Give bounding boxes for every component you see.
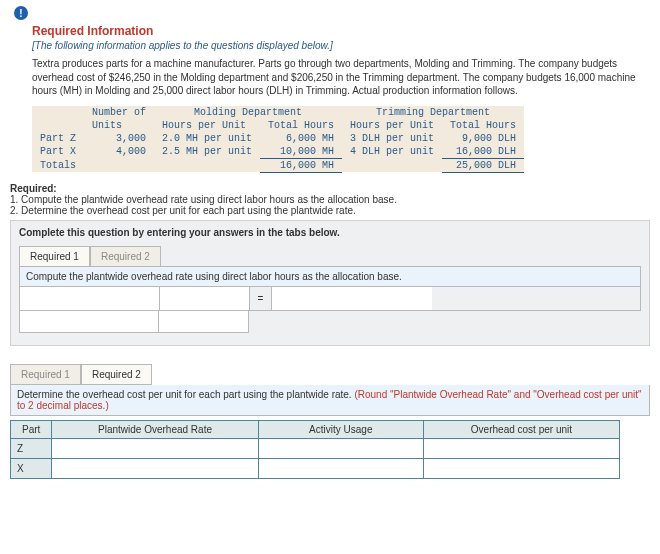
hdr-units-b: Units [84,119,154,132]
prompt-2-text: Determine the overhead cost per unit for… [17,389,354,400]
body-text: Textra produces parts for a machine manu… [32,57,650,98]
production-table: Number of Molding Department Trimming De… [32,106,524,173]
calc-input-a[interactable] [20,287,159,310]
row-units: 4,000 [84,145,154,159]
hdr-trimming: Trimming Department [342,106,524,119]
calc-input-b[interactable] [160,287,249,310]
hdr-molding: Molding Department [154,106,342,119]
row-totals-lbl: Totals [32,158,84,172]
tab-required-2[interactable]: Required 2 [90,246,161,266]
calc-row-top: = [19,287,641,311]
prompt-1: Compute the plantwide overhead rate usin… [19,266,641,287]
ans-input-rate-z[interactable] [58,442,251,455]
row-part: Part X [32,145,84,159]
ans-input-cost-z[interactable] [430,442,613,455]
calc-input-e[interactable] [159,311,248,332]
answer-box-2: Required 1 Required 2 Determine the over… [10,364,650,479]
hdr-mold-hpu: Hours per Unit [154,119,260,132]
equals-sign: = [250,287,272,310]
prompt-2: Determine the overhead cost per unit for… [10,385,650,416]
hdr-units-a: Number of [84,106,154,119]
ans-input-usage-z[interactable] [265,442,417,455]
row-totals-m: 16,000 MH [260,158,342,172]
required-title: Required Information [32,24,650,38]
ans-hdr-rate: Plantwide Overhead Rate [52,420,258,438]
ans-hdr-usage: Activity Usage [258,420,423,438]
row-mtot: 6,000 MH [260,132,342,145]
hdr-mold-tot: Total Hours [260,119,342,132]
row-mtot: 10,000 MH [260,145,342,159]
hdr-trim-tot: Total Hours [442,119,524,132]
answer-box-1: Complete this question by entering your … [10,220,650,346]
calc-input-d[interactable] [20,311,158,332]
row-ttot: 16,000 DLH [442,145,524,159]
required-block: Required: 1. Compute the plantwide overh… [10,183,650,216]
ans-hdr-part: Part [11,420,52,438]
required-item-2: 2. Determine the overhead cost per unit … [10,205,356,216]
tab-required-1-b[interactable]: Required 1 [10,364,81,385]
answer-table: Part Plantwide Overhead Rate Activity Us… [10,420,620,479]
row-ttot: 9,000 DLH [442,132,524,145]
row-totals-t: 25,000 DLH [442,158,524,172]
ans-row-part: Z [11,438,52,458]
row-thpu: 4 DLH per unit [342,145,442,159]
hdr-trim-hpu: Hours per Unit [342,119,442,132]
row-mhpu: 2.5 MH per unit [154,145,260,159]
intro-italic: [The following information applies to th… [32,40,650,51]
required-item-1: 1. Compute the plantwide overhead rate u… [10,194,397,205]
ans-input-rate-x[interactable] [58,462,251,475]
ans-row-part: X [11,458,52,478]
calc-input-c[interactable] [272,287,432,310]
ans-hdr-cost: Overhead cost per unit [423,420,619,438]
tab-required-2-b[interactable]: Required 2 [81,364,152,385]
ans-input-usage-x[interactable] [265,462,417,475]
row-thpu: 3 DLH per unit [342,132,442,145]
info-icon: ! [14,6,28,20]
tab-required-1[interactable]: Required 1 [19,246,90,266]
ans-input-cost-x[interactable] [430,462,613,475]
required-heading: Required: [10,183,57,194]
row-units: 3,000 [84,132,154,145]
row-part: Part Z [32,132,84,145]
tabs-lead: Complete this question by entering your … [19,227,641,238]
row-mhpu: 2.0 MH per unit [154,132,260,145]
